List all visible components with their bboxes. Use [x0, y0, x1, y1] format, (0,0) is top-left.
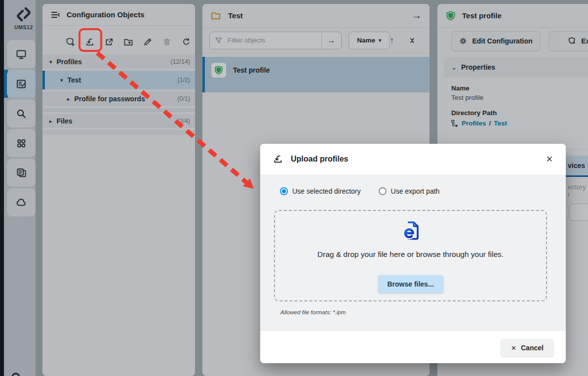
allowed-formats-note: Allowed file formats: *.ipm: [280, 309, 346, 315]
radio-selected-icon: [280, 187, 288, 195]
close-icon[interactable]: ✕: [546, 154, 553, 165]
dialog-header: Upload profiles ✕: [260, 144, 566, 174]
import-icon: [273, 154, 283, 164]
file-dropzone[interactable]: Drag & drop your file here or browse thr…: [274, 210, 547, 301]
upload-profiles-dialog: Upload profiles ✕ Use selected directory…: [260, 144, 566, 363]
dropzone-text: Drag & drop your file here or browse thr…: [275, 250, 546, 259]
profile-file-icon: [399, 220, 422, 243]
annotation-highlight-box: [78, 28, 102, 52]
dialog-title: Upload profiles: [291, 155, 348, 164]
browse-files-button[interactable]: Browse files...: [378, 275, 443, 293]
app-window: UMS12: [0, 0, 588, 376]
radio-unselected-icon: [379, 187, 387, 195]
cancel-button[interactable]: ✕ Cancel: [501, 339, 554, 357]
radio-use-selected-directory[interactable]: Use selected directory: [280, 187, 361, 195]
close-icon: ✕: [511, 344, 516, 352]
radio-use-export-path[interactable]: Use export path: [379, 187, 440, 195]
upload-target-radios: Use selected directory Use export path: [280, 187, 439, 195]
dialog-footer: ✕ Cancel: [260, 330, 566, 363]
